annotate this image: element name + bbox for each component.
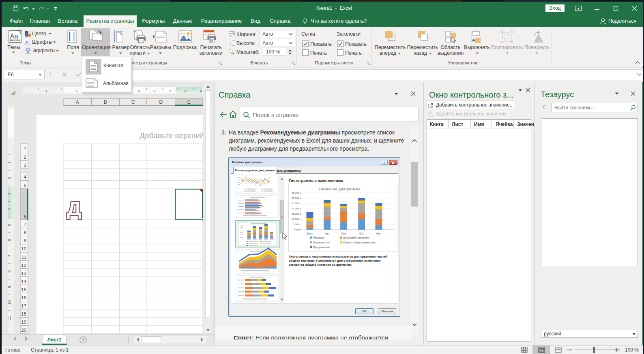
svg-text:9: 9 (200, 89, 202, 93)
svg-text:13: 13 (21, 271, 26, 276)
svg-text:12: 12 (21, 263, 26, 268)
svg-text:?: ? (431, 102, 434, 107)
svg-text:9: 9 (7, 286, 11, 288)
svg-text:6: 6 (7, 239, 11, 241)
svg-text:Лист1: Лист1 (47, 337, 61, 343)
svg-text:Окт: Окт (359, 232, 364, 235)
svg-text:1: 1 (76, 89, 78, 93)
svg-text:17: 17 (21, 303, 26, 308)
svg-text:Название диаграммы: Название диаграммы (319, 187, 360, 191)
svg-text:10: 10 (7, 301, 11, 305)
svg-text:Ноя: Ноя (376, 232, 381, 235)
svg-text:6: 6 (24, 214, 26, 219)
svg-text:8: 8 (7, 270, 11, 272)
svg-text:5: 5 (7, 224, 11, 226)
svg-text:15: 15 (21, 287, 26, 292)
svg-text:3: 3 (24, 163, 26, 168)
svg-text:7: 7 (169, 89, 171, 93)
svg-text:7: 7 (7, 255, 11, 257)
svg-text:11: 11 (21, 255, 26, 260)
svg-text:A: A (76, 99, 79, 105)
svg-text:7: 7 (24, 222, 26, 227)
svg-text:18: 18 (21, 311, 26, 316)
svg-text:Сен: Сен (341, 232, 346, 235)
svg-text:3: 3 (7, 192, 11, 194)
svg-text:16: 16 (21, 295, 26, 300)
svg-text:9: 9 (24, 238, 26, 243)
svg-text:5 000 р.: 5 000 р. (293, 223, 302, 226)
svg-text:2: 2 (7, 177, 11, 179)
svg-text:Мероприятия: Мероприятия (313, 241, 330, 244)
svg-text:11: 11 (7, 316, 11, 320)
svg-text:10: 10 (21, 246, 26, 251)
svg-text:Реклама: Реклама (313, 236, 324, 239)
svg-text:Продвижение: Продвижение (313, 246, 330, 249)
svg-text:6: 6 (153, 89, 155, 93)
svg-text:Aa: Aa (10, 32, 19, 40)
svg-text:Авг: Авг (325, 232, 330, 235)
svg-text:4: 4 (7, 208, 11, 210)
svg-text:15 000 р.: 15 000 р. (292, 213, 302, 215)
svg-text:Рубли-: Рубли- (294, 228, 302, 231)
svg-text:E: E (187, 99, 191, 105)
svg-text:5: 5 (138, 89, 140, 93)
svg-text:C: C (131, 99, 135, 105)
svg-text:1: 1 (24, 146, 26, 151)
svg-text:19: 19 (21, 320, 26, 324)
svg-text:1: 1 (45, 89, 47, 93)
svg-text:8: 8 (24, 230, 26, 235)
svg-text:B: B (104, 99, 107, 105)
svg-text:14: 14 (21, 279, 26, 284)
svg-text:D: D (159, 99, 163, 105)
svg-text:Цифровой маркетинг: Цифровой маркетинг (343, 236, 369, 239)
svg-text:20: 20 (21, 328, 26, 333)
svg-text:1: 1 (7, 161, 11, 163)
svg-text:10 000 р.: 10 000 р. (292, 218, 302, 220)
svg-text:8: 8 (185, 89, 187, 93)
svg-text:4: 4 (24, 175, 27, 179)
svg-text:Связи с общественностью: Связи с общественностью (343, 241, 376, 244)
svg-text:30 000 р.: 30 000 р. (292, 197, 302, 199)
svg-text:35 000 р.: 35 000 р. (292, 192, 302, 194)
svg-text:Июл: Июл (307, 232, 312, 235)
svg-text:20 000 р.: 20 000 р. (292, 207, 302, 210)
svg-text:2: 2 (24, 155, 26, 160)
svg-text:Д: Д (67, 198, 82, 219)
svg-text:25 000 р.: 25 000 р. (292, 202, 302, 205)
svg-text:А: А (25, 40, 28, 45)
svg-text:5: 5 (24, 183, 26, 188)
